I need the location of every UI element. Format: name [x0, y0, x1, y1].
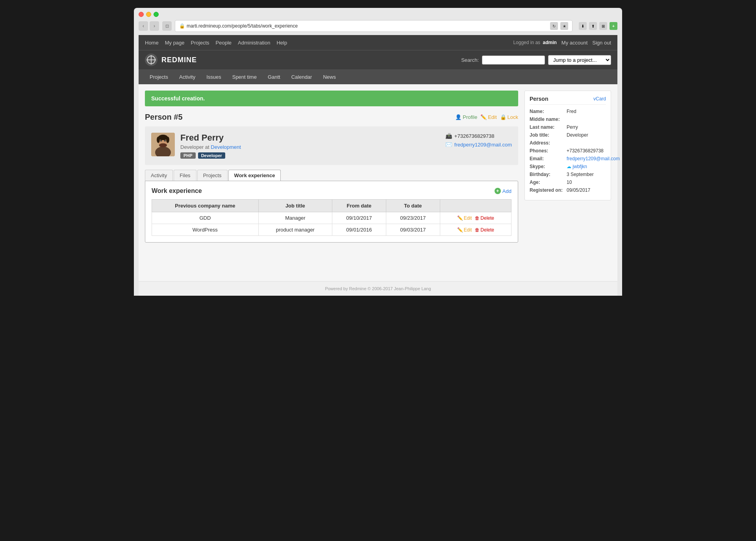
- subnav-projects[interactable]: Projects: [145, 71, 173, 83]
- title-actions: 👤 Profile ✏️ Edit 🔒 Lock: [455, 114, 518, 120]
- search-label: Search:: [461, 57, 479, 63]
- last-name-label: Last name:: [530, 124, 565, 130]
- subnav-news[interactable]: News: [318, 71, 341, 83]
- nav-my-page[interactable]: My page: [165, 40, 185, 46]
- close-button[interactable]: [139, 12, 144, 17]
- sidebar-middle-name-row: Middle name:: [530, 117, 606, 122]
- edit-link[interactable]: ✏️ Edit: [480, 114, 497, 120]
- reader-view-button[interactable]: ⊡: [162, 21, 172, 31]
- person-icon: 👤: [455, 114, 461, 120]
- tag-php: PHP: [180, 152, 196, 159]
- row-actions-1: ✏️ Edit 🗑 Delete: [440, 212, 511, 224]
- to-date-1: 09/23/2017: [386, 212, 440, 224]
- job-title-label: Job title:: [530, 132, 565, 138]
- company-link[interactable]: Development: [211, 144, 241, 150]
- my-account-link[interactable]: My account: [561, 40, 587, 46]
- nav-help[interactable]: Help: [276, 40, 287, 46]
- work-exp-header: Work experience + Add: [152, 187, 511, 195]
- tab-activity[interactable]: Activity: [145, 170, 173, 181]
- download-icon[interactable]: ⬇: [579, 22, 587, 30]
- add-icon: +: [495, 188, 501, 194]
- avatar: [151, 133, 175, 156]
- company-name-gdd: GDD: [152, 212, 259, 224]
- back-button[interactable]: ‹: [139, 21, 148, 31]
- sidebar-email-row: Email: fredperry1209@mail.com: [530, 156, 606, 161]
- nav-projects[interactable]: Projects: [191, 40, 209, 46]
- vcard-link[interactable]: vCard: [593, 96, 606, 102]
- url-text: marti.redmineup.com/people/5/tabs/work_e…: [187, 23, 298, 29]
- minimize-button[interactable]: [146, 12, 151, 17]
- edit-pencil-icon: ✏️: [457, 215, 463, 221]
- add-work-exp-link[interactable]: + Add: [495, 188, 511, 194]
- subnav-gantt[interactable]: Gantt: [263, 71, 285, 83]
- email-icon: ✉️: [445, 141, 452, 148]
- person-card: Fred Perry Developer at Development PHP …: [145, 126, 518, 165]
- nav-home[interactable]: Home: [145, 40, 159, 46]
- edit-wordpress-link[interactable]: ✏️ Edit: [457, 227, 472, 233]
- delete-wordpress-link[interactable]: 🗑 Delete: [475, 227, 494, 233]
- delete-gdd-link[interactable]: 🗑 Delete: [475, 215, 494, 221]
- page-title: Person #5: [145, 113, 183, 122]
- email-link[interactable]: fredperry1209@mail.com: [454, 142, 512, 148]
- job-title-value: Developer: [567, 132, 606, 138]
- address-label: Address:: [530, 140, 565, 146]
- refresh-icon[interactable]: ↻: [550, 22, 558, 30]
- skype-value: ☁ jwbfjkn: [567, 164, 606, 169]
- profile-link[interactable]: 👤 Profile: [455, 114, 477, 120]
- birthday-label: Birthday:: [530, 172, 565, 177]
- maximize-button[interactable]: [154, 12, 159, 17]
- sidebar-last-name-row: Last name: Perry: [530, 124, 606, 130]
- sidebar-email-link[interactable]: fredperry1209@mail.com: [567, 156, 620, 161]
- sidebar-header: Person vCard: [530, 96, 606, 105]
- lock-link[interactable]: 🔒 Lock: [500, 114, 518, 120]
- sidebar-title: Person: [530, 96, 548, 102]
- tab-overview-icon[interactable]: ⊞: [599, 22, 607, 30]
- project-select[interactable]: Jump to a project...: [548, 55, 611, 65]
- edit-gdd-link[interactable]: ✏️ Edit: [457, 215, 472, 221]
- job-title-product-manager: product manager: [258, 224, 332, 236]
- name-value: Fred: [567, 109, 606, 114]
- from-date-1: 09/10/2017: [332, 212, 386, 224]
- skype-link[interactable]: jwbfjkn: [573, 164, 587, 169]
- subnav-calendar[interactable]: Calendar: [287, 71, 317, 83]
- name-label: Name:: [530, 109, 565, 114]
- email-value: fredperry1209@mail.com: [567, 156, 620, 161]
- top-navigation: Home My page Projects People Administrat…: [139, 35, 617, 50]
- app-header: REDMINE Search: Jump to a project...: [139, 50, 617, 69]
- subnav-activity[interactable]: Activity: [174, 71, 200, 83]
- logged-in-label: Logged in as admin: [513, 40, 556, 45]
- phone-item: 📠 +7326736829738: [445, 133, 512, 139]
- col-from-date: From date: [332, 200, 386, 212]
- new-tab-icon[interactable]: +: [610, 22, 617, 30]
- address-bar[interactable]: 🔒 marti.redmineup.com/people/5/tabs/work…: [175, 20, 573, 32]
- tab-work-experience[interactable]: Work experience: [228, 170, 281, 181]
- col-company: Previous company name: [152, 200, 259, 212]
- subnav-issues[interactable]: Issues: [202, 71, 226, 83]
- bookmark-icon[interactable]: ★: [560, 22, 568, 30]
- forward-button[interactable]: ›: [150, 21, 159, 31]
- phone-number: +7326736829738: [454, 133, 495, 139]
- search-input[interactable]: [482, 56, 545, 65]
- tag-developer: Developer: [198, 152, 225, 159]
- tab-files[interactable]: Files: [174, 170, 196, 181]
- delete-trash-icon-2: 🗑: [475, 227, 480, 233]
- nav-administration[interactable]: Administration: [238, 40, 270, 46]
- age-label: Age:: [530, 180, 565, 185]
- age-value: 10: [567, 180, 606, 185]
- subnav-spent-time[interactable]: Spent time: [228, 71, 261, 83]
- svg-point-14: [157, 137, 160, 143]
- tab-projects[interactable]: Projects: [197, 170, 228, 181]
- sidebar-box: Person vCard Name: Fred Middle name:: [524, 91, 611, 200]
- sign-out-link[interactable]: Sign out: [592, 40, 611, 46]
- app-footer: Powered by Redmine © 2006-2017 Jean-Phil…: [139, 281, 617, 296]
- job-title-manager: Manager: [258, 212, 332, 224]
- tab-content: Work experience + Add Previous company n…: [145, 181, 518, 243]
- email-item: ✉️ fredperry1209@mail.com: [445, 141, 512, 148]
- last-name-value: Perry: [567, 124, 606, 130]
- table-row: WordPress product manager 09/01/2016 09/…: [152, 224, 511, 236]
- logo-icon: [145, 54, 158, 66]
- share-icon[interactable]: ⬆: [589, 22, 597, 30]
- sidebar-birthday-row: Birthday: 3 September: [530, 172, 606, 177]
- nav-people[interactable]: People: [216, 40, 232, 46]
- search-area: Search: Jump to a project...: [461, 55, 611, 65]
